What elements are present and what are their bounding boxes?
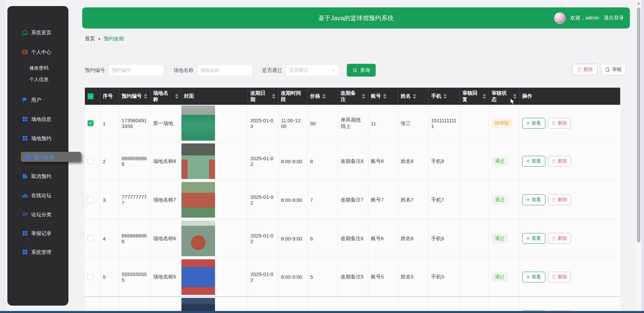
breadcrumb-current: 预约改期 [104, 36, 124, 42]
select-all-checkbox[interactable] [88, 93, 94, 99]
row-checkbox[interactable] [88, 197, 94, 203]
app-title: 基于Java的篮球馆预约系统 [82, 14, 630, 22]
user-avatar[interactable] [554, 12, 566, 24]
sidebar-item-users[interactable]: 用户 [22, 95, 41, 105]
bulk-delete-button[interactable]: 删除 [572, 64, 598, 75]
sidebar-item-online-forum[interactable]: 在线论坛 [22, 190, 51, 200]
cell-price: 5 [307, 258, 338, 297]
scrollbar-up-arrow-icon[interactable] [637, 2, 640, 4]
view-button[interactable]: 查看 [522, 233, 545, 244]
sort-icon[interactable] [272, 94, 275, 99]
sidebar-item-change-password[interactable]: 修改密码 [30, 64, 48, 72]
audit-button-label: 审核 [612, 66, 622, 73]
sidebar-item-forum-category[interactable]: 论坛分类 [22, 209, 51, 219]
sort-icon[interactable] [383, 94, 386, 99]
sidebar-item-personal-center[interactable]: 个人中心 [22, 47, 51, 57]
page-scrollbar-thumb[interactable] [637, 7, 640, 242]
row-checkbox[interactable] [88, 274, 94, 280]
pass-select[interactable]: 是否通过 [285, 64, 339, 76]
sort-icon[interactable] [144, 94, 147, 99]
audit-button[interactable]: 审核 [601, 64, 626, 75]
filter-bar: 预约编号 场地名称 是否通过 是否通过 查询 [85, 64, 376, 77]
header-reply[interactable]: 审核回复 [460, 88, 489, 105]
view-button[interactable]: 查看 [522, 118, 545, 129]
trash-icon [552, 198, 556, 202]
status-badge: 通过 [492, 234, 508, 243]
cell-note: 改期备注4 [338, 297, 368, 311]
sidebar-item-report-records[interactable]: 举报记录 [22, 228, 51, 238]
sort-icon[interactable] [443, 94, 447, 99]
header-date[interactable]: 改期日期 [248, 88, 278, 105]
search-button[interactable]: 查询 [347, 64, 376, 77]
row-delete-button[interactable]: 删除 [548, 233, 571, 244]
cell-date: 2025-01-02 [248, 258, 278, 297]
header-booking-no[interactable]: 预约编号 [119, 88, 150, 105]
header-account[interactable]: 账号 [368, 88, 398, 105]
cell-name: 姓名7 [398, 181, 428, 219]
column-label: 预约编号 [122, 93, 142, 99]
cover-image[interactable] [181, 221, 215, 256]
column-label: 改期日期 [251, 90, 270, 103]
cell-reply [460, 219, 489, 258]
column-label: 序号 [103, 93, 113, 99]
cell-reply [460, 297, 489, 311]
cell-account: 账号4 [368, 297, 398, 311]
cover-image[interactable] [181, 105, 215, 141]
cell-name: 姓名4 [398, 297, 428, 311]
header-price[interactable]: 价格 [307, 88, 338, 105]
cell-status: 通过 [489, 219, 519, 258]
header-name[interactable]: 姓名 [398, 88, 428, 105]
cell-booking-no: 7777777777 [119, 181, 150, 219]
breadcrumb: 首页 预约改期 [85, 36, 124, 42]
view-button[interactable]: 查看 [522, 272, 545, 282]
row-delete-button[interactable]: 删除 [548, 310, 571, 311]
sidebar-item-cancel-booking[interactable]: 取消预约 [22, 171, 51, 181]
cover-image[interactable] [181, 259, 215, 295]
booking-no-input[interactable] [108, 64, 164, 76]
sidebar-item-venue-booking[interactable]: 场地预约 [22, 133, 51, 143]
row-delete-button[interactable]: 删除 [548, 118, 571, 129]
header-note[interactable]: 改期备注 [338, 88, 368, 105]
row-checkbox[interactable] [88, 120, 94, 126]
sort-icon[interactable] [483, 94, 486, 99]
sidebar-item-label: 论坛分类 [31, 212, 51, 217]
breadcrumb-home[interactable]: 首页 [85, 36, 95, 42]
cell-account: 账号6 [368, 219, 398, 258]
cell-price: 50 [307, 105, 338, 142]
header-venue[interactable]: 场地名称 [150, 88, 181, 105]
view-button[interactable]: 查看 [522, 310, 545, 311]
sort-icon[interactable] [322, 94, 326, 99]
cell-phone: 15111111111 [428, 105, 460, 142]
cell-date: 2025-01-02 [248, 219, 278, 258]
view-button[interactable]: 查看 [522, 156, 545, 167]
row-delete-button[interactable]: 删除 [548, 194, 571, 205]
table-row: 5 5555555555 场地名称5 2025-01-02 8:00-9:00 … [85, 258, 620, 297]
row-checkbox[interactable] [88, 158, 94, 164]
cell-actions: 查看 删除 [519, 219, 620, 258]
row-checkbox[interactable] [88, 235, 94, 241]
cell-cover [181, 219, 248, 258]
grid-icon [22, 116, 28, 122]
cell-date: 2025-01-02 [248, 142, 278, 181]
sort-icon[interactable] [175, 94, 178, 99]
sidebar-item-booking-reschedule[interactable]: 预约改期 [21, 152, 81, 162]
cover-image[interactable] [181, 298, 215, 311]
sort-icon[interactable] [362, 94, 365, 99]
table-row: 1 1735804913359 第一场地 2025-01-03 11:00-12… [85, 105, 620, 142]
sort-icon[interactable] [413, 94, 416, 99]
header-phone[interactable]: 手机 [428, 88, 460, 105]
sidebar-item-personal-info[interactable]: 个人信息 [30, 76, 48, 84]
cell-actions: 查看 删除 [519, 297, 620, 311]
row-delete-button[interactable]: 删除 [548, 156, 571, 167]
row-delete-button[interactable]: 删除 [548, 272, 571, 282]
sidebar-item-system-management[interactable]: 系统管理 [22, 247, 51, 257]
cell-note: 改期备注8 [338, 142, 368, 181]
cell-seq: 6 [100, 297, 119, 311]
cover-image[interactable] [181, 182, 215, 218]
sidebar-item-venue-info[interactable]: 场地信息 [22, 114, 51, 124]
sidebar-item-system-home[interactable]: 系统首页 [22, 27, 51, 37]
cover-image[interactable] [181, 143, 215, 179]
view-button[interactable]: 查看 [522, 194, 545, 205]
logout-link[interactable]: 退出登录 [604, 15, 624, 21]
venue-name-input[interactable] [197, 64, 253, 76]
